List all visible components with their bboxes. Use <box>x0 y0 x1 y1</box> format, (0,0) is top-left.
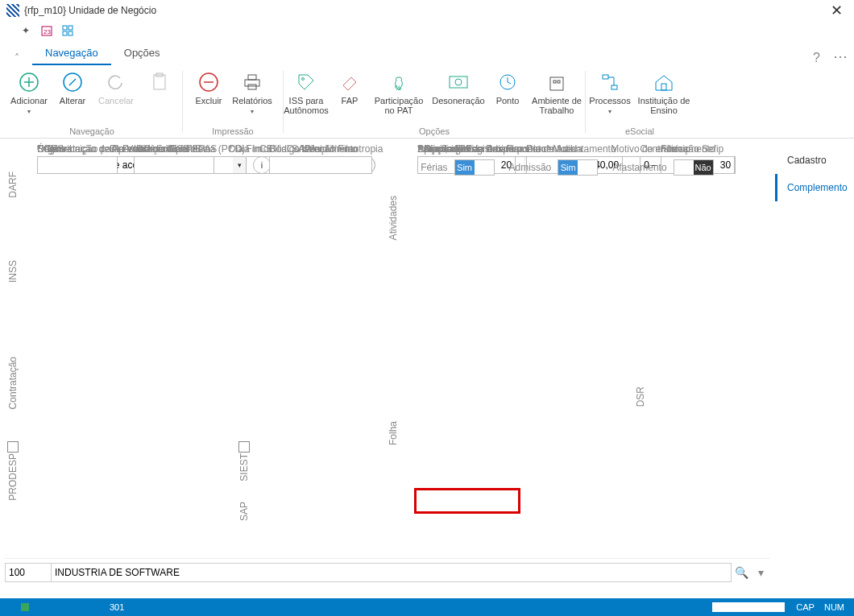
filialsap-label: Filial SAP <box>269 143 372 155</box>
iss-button[interactable]: ISS para Autônomos <box>282 71 330 115</box>
reports-button[interactable]: Relatórios ▾ <box>228 71 276 115</box>
tag-icon <box>295 71 317 93</box>
fap-button[interactable]: FAP <box>330 71 369 105</box>
lotacao-label: Lotação/Exercício <box>134 143 214 155</box>
printer-icon <box>241 71 263 93</box>
svg-rect-29 <box>611 85 617 89</box>
section-prodesp: PRODESP <box>7 453 19 501</box>
clock-icon <box>496 71 519 93</box>
svg-rect-5 <box>68 31 73 35</box>
svg-rect-15 <box>245 80 259 86</box>
svg-rect-30 <box>661 84 666 90</box>
window-title: {rfp_m10} Unidade de Negócio <box>24 5 826 16</box>
svg-line-24 <box>508 82 511 84</box>
building-icon <box>545 71 568 93</box>
processos-button[interactable]: Processos ▾ <box>586 71 634 115</box>
ambiente-button[interactable]: Ambiente de Trabalho <box>527 71 587 115</box>
prop-label: Proporcionaliza Adiantamento <box>417 143 736 155</box>
chevron-down-icon: ▾ <box>27 108 31 115</box>
svg-rect-17 <box>248 85 256 89</box>
apple-icon: % <box>388 71 410 93</box>
ud-input[interactable] <box>37 156 118 174</box>
svg-text:23: 23 <box>44 28 51 35</box>
collapse-icon[interactable]: ✦ <box>19 24 32 37</box>
more-icon[interactable]: ⋯ <box>827 48 854 65</box>
admissao-toggle[interactable]: Sim <box>558 159 598 176</box>
svg-rect-20 <box>450 76 467 88</box>
cancel-button: Cancelar <box>92 71 140 105</box>
svg-point-18 <box>302 78 305 81</box>
group-opcoes: Opções <box>419 126 450 136</box>
search-code-input[interactable] <box>5 563 52 582</box>
group-esocial: eSocial <box>625 126 654 136</box>
status-cap: CAP <box>796 602 815 612</box>
pencil-icon <box>61 71 84 93</box>
tab-opcoes[interactable]: Opções <box>111 42 173 65</box>
svg-line-10 <box>69 79 76 85</box>
search-desc-input[interactable] <box>52 563 732 582</box>
instituicao-button[interactable]: Instituição de Ensino <box>634 71 694 115</box>
clipboard-icon <box>148 71 171 93</box>
ponto-button[interactable]: Ponto <box>488 71 527 105</box>
section-darf: DARF <box>7 172 19 198</box>
edit-button[interactable]: Alterar <box>53 71 92 105</box>
filter-icon[interactable]: ▾ <box>751 566 770 579</box>
tab-navegacao[interactable]: Navegação <box>32 42 111 65</box>
delete-button[interactable]: Excluir <box>189 71 228 105</box>
ferias-toggle[interactable]: Sim <box>454 159 495 176</box>
desoneracao-button[interactable]: Desoneração <box>429 71 488 105</box>
svg-rect-28 <box>603 75 608 79</box>
svg-point-21 <box>455 79 462 85</box>
help-icon[interactable]: ? <box>806 51 827 65</box>
status-count: 301 <box>110 602 124 612</box>
group-navegacao: Navegação <box>69 126 114 136</box>
svg-rect-3 <box>68 26 73 30</box>
svg-rect-2 <box>63 26 67 30</box>
svg-rect-27 <box>558 81 560 83</box>
sidetab-cadastro[interactable]: Cadastro <box>775 147 854 174</box>
progress-bar <box>712 602 785 612</box>
school-icon <box>653 71 675 93</box>
section-dsr: DSR <box>635 387 646 407</box>
minus-icon <box>197 71 220 93</box>
svg-text:%: % <box>395 84 401 92</box>
section-atividades: Atividades <box>388 196 399 240</box>
svg-rect-16 <box>248 75 256 80</box>
svg-rect-26 <box>553 81 556 83</box>
prodesp-checkbox[interactable] <box>7 441 19 453</box>
status-indicator <box>21 603 29 611</box>
info-icon[interactable]: i <box>253 156 271 174</box>
undo-icon <box>105 71 127 93</box>
svg-rect-11 <box>154 75 165 89</box>
status-num: NUM <box>824 602 844 612</box>
afastamento-label: Afastamento <box>612 162 666 173</box>
section-inss: INSS <box>7 260 19 283</box>
section-siest: SIEST <box>238 453 250 482</box>
ferias-label: Férias <box>421 162 447 173</box>
group-impressao: Impressão <box>212 126 253 136</box>
pat-button[interactable]: % Participação no PAT <box>369 71 429 115</box>
highlight-box <box>414 488 520 514</box>
ribbon-toggle-icon[interactable]: ˄ <box>10 51 24 65</box>
paste-button <box>140 71 179 93</box>
afastamento-toggle[interactable]: Não <box>674 159 714 176</box>
section-folha: Folha <box>388 421 399 445</box>
grid-icon[interactable] <box>61 24 74 37</box>
plus-icon <box>18 71 40 93</box>
sidetab-complemento[interactable]: Complemento <box>775 174 854 201</box>
add-button[interactable]: Adicionar ▾ <box>5 71 53 115</box>
chevron-down-icon: ▾ <box>608 108 611 115</box>
filialsap-input[interactable] <box>269 156 372 174</box>
section-sap: SAP <box>238 502 250 521</box>
svg-rect-25 <box>550 77 563 90</box>
section-contratacao: Contratação <box>7 357 19 409</box>
search-icon[interactable]: 🔍 <box>732 566 751 579</box>
admissao-label: Admissão <box>509 162 552 173</box>
close-icon[interactable]: ✕ <box>826 2 848 19</box>
calendar-icon[interactable]: 23 <box>40 24 53 37</box>
chevron-down-icon: ▾ <box>251 108 254 115</box>
lotacao-input[interactable] <box>134 156 214 174</box>
siest-checkbox[interactable] <box>238 441 250 453</box>
chevron-down-icon: ▾ <box>233 156 247 174</box>
flow-icon <box>599 71 621 93</box>
